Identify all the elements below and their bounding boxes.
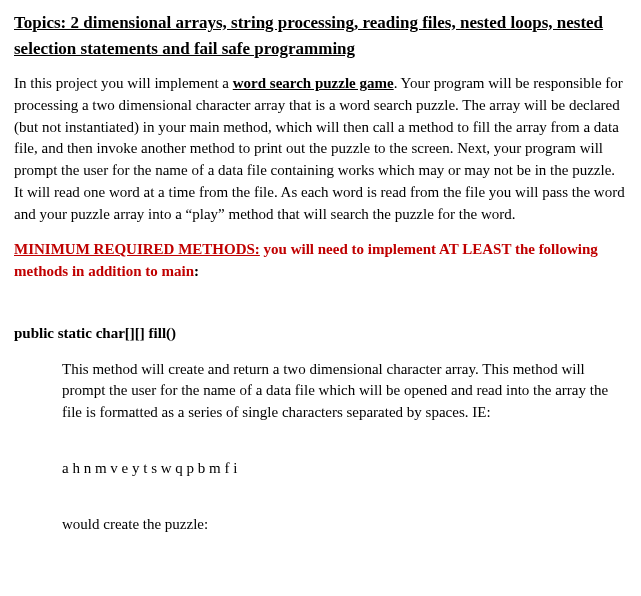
intro-text-before: In this project you will implement a — [14, 75, 233, 91]
method-fill-prelude: would create the puzzle: — [62, 514, 627, 536]
method-fill-description: This method will create and return a two… — [62, 359, 627, 424]
method-fill-body: This method will create and return a two… — [62, 359, 627, 536]
method-fill-signature: public static char[][] fill() — [14, 323, 627, 345]
intro-text-after: . Your program will be responsible for p… — [14, 75, 625, 222]
method-fill-example: a h n m v e y t s w q p b m f i — [62, 458, 627, 480]
intro-bold-phrase: word search puzzle game — [233, 75, 394, 91]
req-label-underline: MINIMUM REQUIRED METHODS: — [14, 241, 260, 257]
minimum-required-methods: MINIMUM REQUIRED METHODS: you will need … — [14, 239, 627, 283]
intro-paragraph: In this project you will implement a wor… — [14, 73, 627, 225]
topics-heading: Topics: 2 dimensional arrays, string pro… — [14, 10, 627, 61]
req-colon: : — [194, 263, 199, 279]
